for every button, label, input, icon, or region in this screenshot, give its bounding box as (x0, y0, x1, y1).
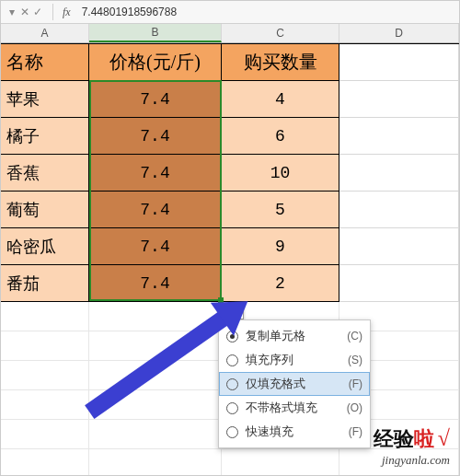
cell-price[interactable]: 7.4 (89, 155, 222, 192)
menu-label: 复制单元格 (246, 328, 339, 344)
app-window: ▾ ✕ ✓ fx 7.44801918596788 A B C D 名称 价格(… (0, 0, 460, 476)
formula-value[interactable]: 7.44801918596788 (76, 6, 459, 18)
menu-shortcut: (F) (349, 425, 362, 438)
cell-name[interactable]: 番茄 (1, 265, 89, 302)
col-header-B[interactable]: B (89, 24, 222, 42)
column-headers: A B C D (1, 24, 459, 43)
menu-shortcut: (S) (348, 354, 362, 366)
radio-icon (226, 402, 238, 414)
cell-price[interactable]: 7.4 (89, 192, 222, 228)
dropdown-icon[interactable]: ▾ (6, 6, 17, 17)
formula-bar: ▾ ✕ ✓ fx 7.44801918596788 (1, 1, 459, 24)
empty-cell[interactable] (1, 390, 89, 420)
menu-item-copy-cells[interactable]: 复制单元格 (C) (219, 324, 370, 348)
radio-icon (226, 426, 238, 438)
menu-item-fill-series[interactable]: 填充序列 (S) (219, 348, 370, 372)
cell-price[interactable]: 7.4 (89, 228, 222, 265)
watermark-url: jingyanla.com (374, 453, 450, 468)
confirm-icon[interactable]: ✓ (32, 6, 43, 17)
empty-cell[interactable] (339, 118, 459, 155)
empty-cell[interactable] (339, 155, 459, 192)
empty-cell[interactable] (339, 192, 459, 228)
menu-label: 快速填充 (246, 424, 341, 440)
empty-cell[interactable] (1, 449, 89, 476)
empty-cell[interactable] (89, 331, 222, 361)
cell-price[interactable]: 7.4 (89, 118, 222, 155)
empty-cell[interactable] (89, 390, 222, 420)
empty-cell[interactable] (222, 449, 339, 476)
header-qty[interactable]: 购买数量 (222, 44, 339, 81)
cell-qty[interactable]: 2 (222, 265, 339, 302)
cell-qty[interactable]: 5 (222, 192, 339, 228)
cell-qty[interactable]: 9 (222, 228, 339, 265)
menu-shortcut: (F) (349, 377, 362, 390)
fx-label[interactable]: fx (57, 6, 76, 19)
col-header-C[interactable]: C (222, 24, 339, 42)
menu-shortcut: (O) (347, 401, 362, 414)
spreadsheet-grid: 名称 价格(元/斤) 购买数量 苹果 7.4 4 橘子 7.4 6 香蕉 7.4… (1, 43, 459, 476)
table-row: 番茄 7.4 2 (1, 265, 459, 302)
menu-item-fill-formatting-only[interactable]: 仅填充格式 (F) (219, 372, 370, 396)
table-header-row: 名称 价格(元/斤) 购买数量 (1, 43, 459, 81)
radio-icon (226, 331, 238, 342)
cell-qty[interactable]: 6 (222, 118, 339, 155)
cancel-icon[interactable]: ✕ (19, 6, 30, 17)
empty-cell[interactable] (89, 361, 222, 390)
empty-cell[interactable] (89, 420, 222, 449)
watermark-text-red: 啦 (414, 427, 434, 450)
col-header-A[interactable]: A (1, 24, 89, 42)
table-row: 香蕉 7.4 10 (1, 155, 459, 192)
table-row: 橘子 7.4 6 (1, 118, 459, 155)
radio-icon (226, 354, 238, 366)
cell-qty[interactable]: 10 (222, 155, 339, 192)
chevron-down-icon (235, 309, 240, 313)
table-row: 苹果 7.4 4 (1, 81, 459, 118)
watermark: 经验啦√ jingyanla.com (374, 425, 450, 468)
menu-label: 仅填充格式 (246, 376, 341, 392)
cell-name[interactable]: 葡萄 (1, 192, 89, 228)
empty-cell[interactable] (339, 265, 459, 302)
empty-cell[interactable] (1, 331, 89, 361)
empty-cell[interactable] (339, 228, 459, 265)
header-name[interactable]: 名称 (1, 44, 89, 81)
menu-item-fill-without-formatting[interactable]: 不带格式填充 (O) (219, 396, 370, 420)
cell-name[interactable]: 香蕉 (1, 155, 89, 192)
empty-cell[interactable] (1, 302, 89, 331)
col-header-D[interactable]: D (339, 24, 459, 42)
cell-price[interactable]: 7.4 (89, 81, 222, 118)
empty-cell[interactable] (89, 449, 222, 476)
cell-qty[interactable]: 4 (222, 81, 339, 118)
menu-label: 填充序列 (246, 352, 340, 368)
cell-name[interactable]: 橘子 (1, 118, 89, 155)
header-price[interactable]: 价格(元/斤) (89, 44, 222, 81)
table-row: 哈密瓜 7.4 9 (1, 228, 459, 265)
cell-name[interactable]: 苹果 (1, 81, 89, 118)
empty-cell[interactable] (339, 81, 459, 118)
check-icon: √ (438, 426, 450, 450)
separator (52, 4, 53, 20)
table-row: 葡萄 7.4 5 (1, 192, 459, 228)
autofill-options-icon (222, 306, 233, 317)
menu-item-flash-fill[interactable]: 快速填充 (F) (219, 420, 370, 444)
cell-price[interactable]: 7.4 (89, 265, 222, 302)
empty-cell[interactable] (89, 302, 222, 331)
empty-cell[interactable] (339, 44, 459, 81)
radio-icon (226, 378, 238, 390)
menu-label: 不带格式填充 (246, 400, 339, 416)
autofill-options-button[interactable] (218, 303, 244, 319)
empty-cell[interactable] (1, 361, 89, 390)
autofill-options-menu: 复制单元格 (C) 填充序列 (S) 仅填充格式 (F) 不带格式填充 (O) … (218, 319, 371, 448)
watermark-text: 经验 (374, 427, 414, 450)
cell-name[interactable]: 哈密瓜 (1, 228, 89, 265)
menu-shortcut: (C) (347, 330, 362, 342)
empty-cell[interactable] (1, 420, 89, 449)
formula-bar-nav: ▾ ✕ ✓ (1, 6, 49, 17)
